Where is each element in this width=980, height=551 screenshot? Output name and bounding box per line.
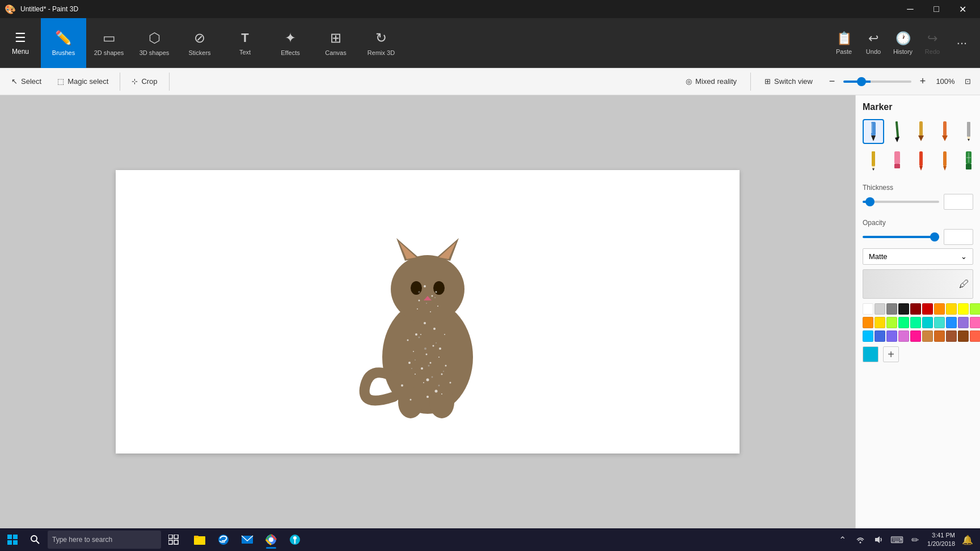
minimize-button[interactable]: ─ [897,0,923,18]
taskbar-chrome[interactable] [260,529,282,550]
tool-remix3d[interactable]: ↻ Remix 3D [358,18,404,68]
color-black[interactable] [898,303,909,315]
color-greenyellow[interactable] [886,317,897,328]
tool-effects[interactable]: ✦ Effects [268,18,313,68]
opacity-slider[interactable] [863,236,939,238]
color-hotpink[interactable] [970,317,980,328]
svg-rect-83 [7,540,12,545]
svg-point-48 [443,371,444,372]
brush-marker[interactable] [863,119,884,144]
tool-2d-shapes[interactable]: ▭ 2D shapes [86,18,132,68]
search-button[interactable] [25,529,45,550]
taskbar-mail[interactable] [236,529,259,550]
eyedropper-button[interactable]: 🖊 [959,278,969,290]
color-turquoise[interactable] [934,317,945,328]
undo-button[interactable]: ↩ Undo [860,25,887,61]
active-color-swatch[interactable] [863,346,878,362]
system-clock[interactable]: 3:41 PM 1/20/2018 [925,531,957,549]
windows-start-button[interactable] [2,529,23,550]
color-peru[interactable] [922,330,933,342]
select-icon: ↖ [11,77,18,86]
color-medspringgreen[interactable] [910,317,921,328]
zoom-slider[interactable] [843,80,911,83]
color-lightgray[interactable] [875,303,885,315]
notifications-button[interactable]: 🔔 [960,529,975,550]
close-button[interactable]: ✕ [949,0,975,18]
volume-icon[interactable] [871,529,886,550]
color-sienna[interactable] [946,330,957,342]
menu-label: Menu [12,48,29,56]
zoom-out-button[interactable]: − [824,74,840,90]
tool-brushes[interactable]: ✏️ Brushes [41,18,86,68]
brush-glitter[interactable] [958,149,979,173]
tool-canvas[interactable]: ⊞ Canvas [313,18,358,68]
brush-pencil[interactable] [958,119,979,144]
thickness-input[interactable]: 5px [944,194,973,210]
color-preview[interactable]: 🖊 [863,269,973,299]
color-yellow2[interactable] [875,317,885,328]
tool-text[interactable]: T Text [222,18,268,68]
maximize-button[interactable]: □ [923,0,949,18]
taskbar-maps[interactable] [284,529,306,550]
color-deepskyblue[interactable] [863,330,873,342]
windows-logo-icon [7,535,18,545]
color-darkturquoise[interactable] [922,317,933,328]
brush-pencil2[interactable] [863,149,884,173]
color-tomato[interactable] [970,330,980,342]
color-orange2[interactable] [863,317,873,328]
tool-stickers[interactable]: ⊘ Stickers [177,18,222,68]
title-bar: 🎨 Untitled* - Paint 3D ─ □ ✕ [0,0,980,18]
taskbar-edge[interactable] [212,529,235,550]
color-lime[interactable] [970,303,980,315]
color-gray[interactable] [886,303,897,315]
network-icon[interactable] [852,529,868,550]
task-view-button[interactable] [163,529,184,550]
keyboard-icon[interactable]: ⌨ [889,529,905,550]
notification-area[interactable]: ⌃ [834,529,850,550]
texture-label: Matte [869,252,888,261]
color-springgreen[interactable] [898,317,909,328]
brush-calligraphy[interactable] [886,119,908,144]
redo-button[interactable]: ↪ Redo [919,25,946,61]
taskbar-search-box[interactable]: Type here to search [48,531,161,549]
tool-3d-shapes[interactable]: ⬡ 3D shapes [132,18,177,68]
brush-crayon[interactable] [910,149,932,173]
taskbar-explorer[interactable] [188,529,211,550]
color-red[interactable] [922,303,933,315]
color-yellow[interactable] [958,303,969,315]
crop-button[interactable]: ⊹ Crop [125,71,164,92]
color-darkred[interactable] [910,303,921,315]
color-deeppink[interactable] [910,330,921,342]
paste-button[interactable]: 📋 Paste [830,25,858,61]
color-slateblue[interactable] [886,330,897,342]
color-mediumpurple[interactable] [958,317,969,328]
zoom-in-button[interactable]: + [915,74,931,90]
more-button[interactable]: ··· [948,25,975,61]
brush-spray[interactable] [934,149,956,173]
fit-view-button[interactable]: ⊡ [960,71,975,92]
brush-watercolor[interactable] [934,119,956,144]
opacity-input[interactable]: 100% [944,229,973,245]
texture-dropdown[interactable]: Matte ⌄ [863,248,973,265]
switch-view-button[interactable]: ⊞ Switch view [758,71,820,92]
color-orange[interactable] [934,303,945,315]
add-color-button[interactable]: + [883,346,899,362]
history-button[interactable]: 🕐 History [889,25,916,61]
thickness-slider[interactable] [863,201,939,203]
color-orchid[interactable] [898,330,909,342]
mixed-reality-button[interactable]: ◎ Mixed reality [679,71,744,92]
canvas-area[interactable] [0,95,855,528]
color-royalblue[interactable] [875,330,885,342]
color-white[interactable] [863,303,873,315]
select-button[interactable]: ↖ Select [5,71,48,92]
canvas-container[interactable] [116,170,740,453]
menu-button[interactable]: ☰ Menu [0,18,41,68]
color-chocolate[interactable] [934,330,945,342]
magic-select-button[interactable]: ⬚ Magic select [50,71,115,92]
color-saddlebrown[interactable] [958,330,969,342]
color-gold[interactable] [946,303,957,315]
color-dodgerblue[interactable] [946,317,957,328]
brush-highlighter[interactable] [886,149,908,173]
brush-oil[interactable] [910,119,932,144]
pen-input-icon[interactable]: ✏ [907,529,923,550]
